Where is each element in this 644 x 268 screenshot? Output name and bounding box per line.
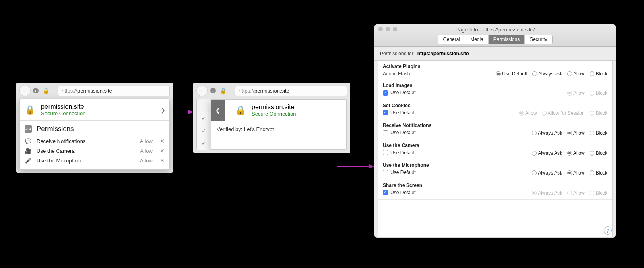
back-subpanel-button[interactable]: ❮ bbox=[211, 100, 225, 121]
site-title: permission.site bbox=[252, 104, 341, 111]
permission-sublabel: Adobe Flash bbox=[383, 71, 410, 77]
use-default-checkbox[interactable]: Use Default bbox=[383, 190, 416, 195]
lock-icon: 🔒 bbox=[220, 88, 227, 93]
radio-block: Block bbox=[590, 190, 607, 196]
permission-row: 🎤Use the MicrophoneAllow✕ bbox=[25, 156, 165, 165]
permission-title: Use the Microphone bbox=[383, 162, 607, 168]
perm-state: Allow bbox=[140, 138, 153, 144]
permission-title: Share the Screen bbox=[383, 183, 607, 188]
divider bbox=[54, 85, 54, 96]
permission-group: Share the ScreenUse DefaultAlways AskAll… bbox=[378, 180, 612, 200]
permissions-icon: ✓✕ bbox=[25, 125, 32, 133]
permission-title: Use the Camera bbox=[383, 143, 607, 148]
radio-always-ask[interactable]: Always Ask bbox=[532, 150, 562, 156]
permission-row: 🎥Use the CameraAllow✕ bbox=[25, 146, 165, 156]
window-title: Page Info - https://permission.site/ bbox=[374, 27, 616, 33]
permission-group: Use the MicrophoneUse DefaultAlways AskA… bbox=[378, 160, 612, 180]
tab-media[interactable]: Media bbox=[465, 35, 488, 44]
back-button[interactable]: ← bbox=[196, 85, 208, 96]
radio-allow: Allow bbox=[519, 110, 537, 116]
perm-state: Allow bbox=[140, 148, 153, 154]
window-titlebar[interactable]: Page Info - https://permission.site/ Gen… bbox=[374, 24, 616, 47]
lock-icon: 🔒 bbox=[43, 88, 50, 93]
perm-icon: 🎤 bbox=[25, 158, 32, 164]
permission-title: Activate Plugins bbox=[383, 64, 607, 69]
perm-state: Allow bbox=[140, 158, 153, 164]
use-default-checkbox[interactable]: Use Default bbox=[383, 110, 416, 116]
radio-always-ask: Always Ask bbox=[532, 190, 562, 196]
permission-group: Load ImagesUse DefaultAllowBlock bbox=[378, 80, 612, 100]
lock-icon: 🔒 bbox=[235, 106, 246, 115]
radio-block: Block bbox=[590, 90, 607, 96]
permission-group: Receive NotificationsUse DefaultAlways A… bbox=[378, 120, 612, 140]
radio-allow[interactable]: Allow bbox=[567, 130, 585, 136]
radio-block[interactable]: Block bbox=[590, 150, 607, 156]
radio-always-ask[interactable]: Always Ask bbox=[532, 170, 562, 176]
radio-always-ask[interactable]: Always Ask bbox=[532, 130, 562, 136]
remove-permission-button[interactable]: ✕ bbox=[160, 138, 165, 144]
radio-allow: Allow bbox=[567, 190, 585, 196]
back-button[interactable]: ← bbox=[19, 85, 31, 96]
traffic-close-icon[interactable] bbox=[378, 27, 383, 31]
secure-connection-label: Secure Connection bbox=[252, 111, 341, 117]
radio-block[interactable]: Block bbox=[590, 71, 607, 77]
permission-title: Set Cookies bbox=[383, 103, 607, 108]
perm-label: Use the Microphone bbox=[37, 158, 135, 164]
tab-security[interactable]: Security bbox=[524, 35, 552, 44]
site-title: permission.site bbox=[41, 103, 150, 110]
traffic-max-icon[interactable] bbox=[393, 27, 397, 31]
tab-permissions[interactable]: Permissions bbox=[488, 35, 524, 44]
more-information-button[interactable]: More Information bbox=[211, 149, 346, 150]
lock-icon: 🔒 bbox=[25, 106, 35, 114]
permission-group: Use the CameraUse DefaultAlways AskAllow… bbox=[378, 140, 612, 160]
radio-allow: Allow bbox=[567, 90, 585, 96]
permissions-for-row: Permissions for: https://permission.site bbox=[374, 47, 616, 61]
tab-bar: GeneralMediaPermissionsSecurity bbox=[438, 35, 552, 44]
use-default-checkbox[interactable]: Use Default bbox=[383, 150, 416, 156]
radio-allow[interactable]: Allow bbox=[567, 150, 585, 156]
use-default-checkbox[interactable]: Use Default bbox=[383, 130, 416, 135]
radio-allow[interactable]: Allow bbox=[567, 71, 585, 77]
radio-block: Block bbox=[590, 110, 607, 116]
url-bar[interactable]: https://permission.site bbox=[58, 86, 170, 96]
remove-permission-button[interactable]: ✕ bbox=[160, 157, 165, 164]
security-subpanel: ❮ 🔒 permission.site Secure Connection Ve… bbox=[211, 99, 347, 150]
permission-title: Load Images bbox=[383, 83, 607, 88]
radio-block[interactable]: Block bbox=[590, 130, 607, 136]
radio-block[interactable]: Block bbox=[590, 170, 607, 176]
traffic-min-icon[interactable] bbox=[386, 27, 390, 31]
site-identity-icon[interactable] bbox=[33, 88, 40, 93]
permission-group: Activate PluginsAdobe FlashUse DefaultAl… bbox=[378, 61, 612, 80]
help-button[interactable]: ? bbox=[604, 226, 612, 235]
radio-use-default[interactable]: Use Default bbox=[496, 71, 527, 77]
secure-connection-label: Secure Connection bbox=[41, 110, 150, 116]
page-info-window: Page Info - https://permission.site/ Gen… bbox=[374, 24, 616, 238]
perm-icon: 💬 bbox=[25, 138, 32, 144]
permission-title: Receive Notifications bbox=[383, 123, 607, 128]
permissions-heading: Permissions bbox=[37, 125, 74, 133]
verified-by-label: Verified by: Let's Encrypt bbox=[211, 121, 346, 149]
identity-popup: 🔒 permission.site Secure Connection ❯ ✓✕… bbox=[19, 99, 170, 170]
permission-row: 💬Receive NotificationsAllow✕ bbox=[25, 136, 165, 146]
permission-group: Set CookiesUse DefaultAllowAllow for Ses… bbox=[378, 100, 612, 120]
use-default-checkbox[interactable]: Use Default bbox=[383, 170, 416, 175]
perm-label: Receive Notifications bbox=[37, 138, 135, 144]
use-default-checkbox[interactable]: Use Default bbox=[383, 90, 416, 96]
site-identity-icon[interactable] bbox=[210, 88, 217, 93]
perm-icon: 🎥 bbox=[25, 148, 32, 154]
permissions-list: Activate PluginsAdobe FlashUse DefaultAl… bbox=[378, 61, 613, 238]
radio-allow[interactable]: Allow bbox=[567, 170, 585, 176]
remove-permission-button[interactable]: ✕ bbox=[160, 148, 165, 154]
divider bbox=[231, 85, 231, 96]
url-bar[interactable]: https://permission.site bbox=[235, 86, 347, 96]
radio-allow-for-session: Allow for Session bbox=[542, 110, 585, 116]
tab-general[interactable]: General bbox=[438, 35, 465, 44]
radio-always-ask[interactable]: Always ask bbox=[532, 71, 562, 77]
perm-label: Use the Camera bbox=[37, 148, 135, 154]
